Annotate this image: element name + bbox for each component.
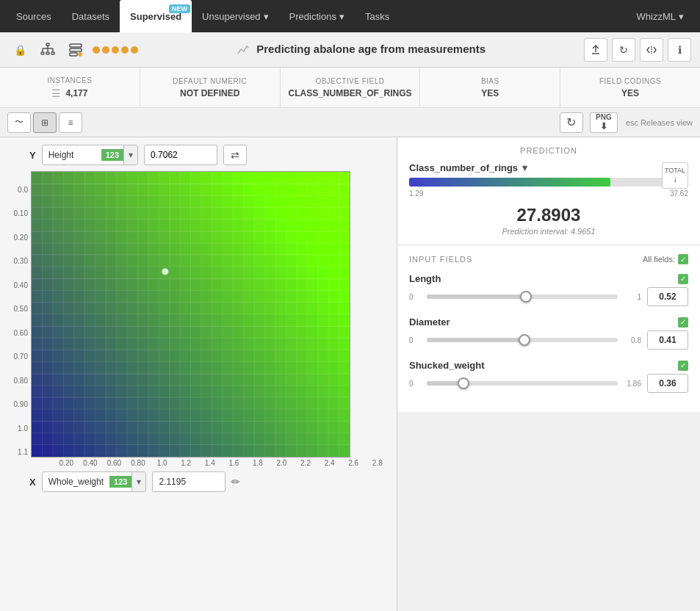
x-axis-label: X: [29, 477, 36, 488]
nav-supervised[interactable]: Supervised NEW: [120, 0, 192, 32]
svg-rect-0: [46, 43, 49, 46]
x-label-16: 1.6: [222, 459, 246, 467]
y-axis-controls: Y Height 123 ▾ ⇄: [7, 145, 389, 165]
length-slider-container: 0 1: [409, 287, 688, 306]
x-label-060: 0.60: [102, 459, 126, 467]
refresh-icon[interactable]: ↻: [612, 38, 635, 62]
pred-range-min: 1.29: [409, 189, 423, 198]
x-label-18: 1.8: [246, 459, 270, 467]
nav-unsupervised[interactable]: Unsupervised ▾: [192, 0, 279, 32]
x-label-20: 2.0: [270, 459, 294, 467]
heatmap-chart[interactable]: [31, 171, 350, 458]
x-label-28: 2.8: [366, 459, 390, 467]
grid-view-button[interactable]: ⊞: [33, 112, 57, 133]
edit-x-value-icon[interactable]: ✏: [231, 476, 240, 488]
y-axis-label: Y: [29, 150, 36, 161]
diameter-field-checkbox[interactable]: ✓: [678, 317, 688, 328]
toolbar-actions: ↻ ℹ: [584, 38, 691, 62]
diameter-slider-track[interactable]: [427, 338, 618, 342]
refresh-view-button[interactable]: ↻: [560, 112, 583, 133]
input-field-length: Length ✓ 0 1: [409, 273, 688, 306]
shucked-weight-value-input[interactable]: [647, 374, 688, 393]
diameter-max: 0.8: [624, 336, 641, 344]
y-label-04: 0.40: [14, 267, 28, 291]
shucked-weight-slider-track[interactable]: [427, 381, 618, 386]
x-label-020: 0.20: [54, 459, 79, 467]
stat-default-numeric: DEFAULT NUMERIC NOT DEFINED: [140, 68, 281, 107]
prediction-section-title: PREDICTION: [409, 146, 688, 155]
data-icon[interactable]: [65, 39, 87, 61]
nav-sources[interactable]: Sources: [6, 0, 62, 32]
stat-instances: INSTANCES ☰ 4,177: [0, 68, 140, 107]
x-label-12: 1.2: [174, 459, 198, 467]
svg-rect-3: [51, 52, 54, 54]
upload-icon[interactable]: [584, 38, 607, 62]
input-field-shucked-weight: Shucked_weight ✓ 0 1.86: [409, 360, 688, 393]
line-view-button[interactable]: 〜: [7, 112, 31, 133]
prediction-range: 1.29 37.62: [409, 189, 688, 198]
png-download-button[interactable]: PNG ⬇: [590, 112, 618, 133]
tree-icon[interactable]: [37, 39, 59, 61]
new-badge: NEW: [169, 4, 190, 13]
nav-tasks[interactable]: Tasks: [355, 0, 400, 32]
prediction-interval: Prediction interval: 4.9651: [409, 227, 688, 236]
shucked-weight-field-checkbox[interactable]: ✓: [678, 361, 688, 371]
code-icon[interactable]: [640, 38, 663, 62]
input-fields-header: INPUT FIELDS All fields: ✓: [409, 254, 688, 264]
x-label-24: 2.4: [317, 459, 342, 467]
y-label-03: 0.30: [14, 243, 28, 267]
length-value-input[interactable]: [647, 287, 688, 306]
prediction-value: 27.8903: [409, 205, 688, 225]
svg-point-12: [79, 53, 82, 56]
x-field-selector[interactable]: Whole_weight 123 ▾: [42, 471, 147, 492]
swap-axes-button[interactable]: ⇄: [223, 145, 247, 165]
x-axis-labels: 0.20 0.40 0.60 0.80 1.0 1.2 1.4 1.6 1.8 …: [31, 459, 389, 467]
svg-rect-11: [70, 53, 77, 56]
x-label-26: 2.6: [342, 459, 366, 467]
nav-datasets[interactable]: Datasets: [62, 0, 120, 32]
y-value-input[interactable]: [144, 145, 217, 165]
shucked-weight-slider-thumb[interactable]: [458, 377, 469, 389]
length-slider-track[interactable]: [427, 294, 618, 299]
length-slider-fill: [427, 294, 526, 299]
stat-field-codings: FIELD CODINGS YES: [560, 68, 700, 107]
info-icon[interactable]: ℹ: [668, 38, 691, 62]
chart-icon: [237, 45, 252, 55]
x-field-name: Whole_weight: [43, 477, 109, 487]
nav-predictions[interactable]: Predictions ▾: [279, 0, 355, 32]
stat-bias: BIAS YES: [420, 68, 560, 107]
diameter-value-input[interactable]: [647, 330, 688, 350]
prediction-field-arrow[interactable]: ▾: [522, 162, 527, 173]
diameter-slider-thumb[interactable]: [519, 334, 530, 346]
svg-rect-2: [46, 52, 49, 54]
y-field-selector[interactable]: Height 123 ▾: [42, 145, 138, 165]
length-slider-thumb[interactable]: [520, 291, 532, 303]
x-field-dropdown-arrow[interactable]: ▾: [131, 472, 145, 491]
field-name-shucked-weight: Shucked_weight: [409, 360, 485, 371]
loading-dots: [93, 46, 138, 54]
shucked-weight-min: 0: [409, 380, 421, 388]
esc-hint: esc Releases view: [626, 118, 693, 127]
nav-whizzml[interactable]: WhizzML ▾: [627, 11, 694, 22]
input-field-diameter: Diameter ✓ 0 0.8: [409, 317, 688, 350]
list-view-button[interactable]: ≡: [59, 112, 82, 133]
stat-objective-field: OBJECTIVE FIELD CLASS_NUMBER_OF_RINGS: [281, 68, 421, 107]
length-field-checkbox[interactable]: ✓: [678, 274, 688, 284]
prediction-bar: [409, 178, 688, 187]
y-field-dropdown-arrow[interactable]: ▾: [123, 145, 137, 164]
y-label-00: 0.0: [18, 171, 28, 195]
input-fields-box: INPUT FIELDS All fields: ✓ Length ✓ 0: [397, 245, 700, 412]
y-label-07: 0.70: [14, 339, 28, 363]
y-field-name: Height: [43, 150, 101, 160]
y-label-05: 0.50: [14, 291, 28, 315]
prediction-field-name: Class_number_of_rings ▾: [409, 162, 688, 173]
lock-icon[interactable]: 🔒: [9, 39, 31, 61]
all-fields-checkbox[interactable]: ✓: [678, 254, 688, 264]
length-max: 1: [624, 293, 641, 301]
y-label-06: 0.60: [14, 314, 28, 339]
prediction-box: PREDICTION Class_number_of_rings ▾ 1.29 …: [397, 137, 700, 245]
shucked-weight-max: 1.86: [624, 380, 641, 388]
svg-rect-10: [70, 48, 82, 51]
total-button[interactable]: TOTAL ↓: [662, 162, 688, 189]
pred-range-max: 37.62: [670, 189, 688, 198]
